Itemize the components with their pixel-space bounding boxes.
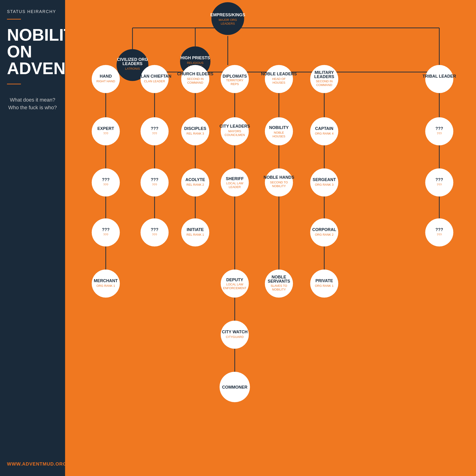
svg-text:MAJOR ORG: MAJOR ORG [219,18,237,22]
svg-text:LATRONIS: LATRONIS [125,67,140,70]
node-sheriff: SHERIFF LOCAL LAW LEADER [221,169,249,196]
svg-text:NOBLE: NOBLE [274,131,284,134]
svg-text:CITY LEADERS: CITY LEADERS [220,124,250,129]
svg-text:COMMONER: COMMONER [222,385,248,390]
svg-point-94 [425,117,453,145]
svg-text:DISCIPLES: DISCIPLES [184,126,206,131]
node-empress: EMPRESS/KINGS MAJOR ORG LEADERS [210,2,245,35]
divider-1 [7,19,21,19]
svg-text:SLAVES TO: SLAVES TO [271,284,287,288]
svg-text:SERVANTS: SERVANTS [268,279,290,284]
svg-text:NOBLE LEADERS: NOBLE LEADERS [261,72,297,76]
svg-text:LEADERS: LEADERS [314,74,334,79]
node-commoner: COMMONER [220,372,250,402]
svg-text:???: ??? [103,132,108,135]
node-private: PRIVATE ORG RANK 1 [310,270,338,298]
node-deputy: DEPUTY LOCAL LAW ENFORCEMENT [221,270,249,298]
svg-text:COUNCILMEN: COUNCILMEN [224,133,245,137]
svg-text:LEADERS: LEADERS [221,22,235,25]
svg-text:ORG RANK 2: ORG RANK 2 [315,233,334,236]
svg-text:SECOND TO: SECOND TO [270,181,288,184]
svg-point-132 [425,219,453,246]
node-city-leaders: CITY LEADERS MAYORS COUNCILMEN [220,117,250,145]
svg-text:TERRITORY: TERRITORY [226,79,244,82]
svg-text:RELIGIOUS: RELIGIOUS [187,61,204,65]
node-disciples: DISCIPLES REL RANK 3 [181,117,209,145]
svg-text:NOBLE: NOBLE [272,275,286,279]
svg-text:LEADER: LEADER [229,185,241,189]
svg-text:HOUSES: HOUSES [273,135,285,138]
svg-text:CLAN LEADER: CLAN LEADER [144,80,165,83]
svg-point-123 [141,219,169,246]
node-city-watch: CITY WATCH CITYGUARD [221,321,249,349]
svg-point-49 [92,65,120,93]
svg-text:SECOND IN: SECOND IN [187,77,204,81]
hierarchy-chart: EMPRESS/KINGS MAJOR ORG LEADERS CIVILIZE… [65,0,476,476]
svg-text:???: ??? [102,177,110,182]
svg-point-150 [221,321,249,349]
description: What does it mean? Who the fuck is who? [7,96,58,111]
svg-text:REL RANK 1: REL RANK 1 [187,233,204,236]
svg-text:MERCHANT: MERCHANT [94,278,118,283]
svg-text:MAYORS: MAYORS [228,129,241,133]
svg-text:CHURCH ELDERS: CHURCH ELDERS [177,72,213,76]
node-clan-unk2: ??? ??? [141,169,169,196]
node-sergeant: SERGEANT ORG RANK 3 [310,169,338,196]
svg-point-100 [141,169,169,196]
svg-text:NOBILITY: NOBILITY [272,184,286,188]
svg-text:???: ??? [103,183,108,187]
node-captain: CAPTAIN ORG RANK 4 [310,117,338,145]
svg-text:COMMAND: COMMAND [316,83,332,87]
svg-text:REPS: REPS [231,82,239,86]
website-url[interactable]: WWW.ADVENTMUD.ORG [7,461,67,467]
svg-text:DIPLOMATS: DIPLOMATS [223,74,247,79]
svg-text:ORG RANK 1: ORG RANK 1 [96,284,115,288]
main-title: NOBILITY ON ADVENT [7,27,58,77]
svg-point-117 [425,169,453,196]
node-exp-unk2: ??? ??? [92,219,120,246]
svg-text:???: ??? [437,183,442,187]
svg-text:MILITARY: MILITARY [315,70,334,75]
svg-text:CLAN CHIEFTAN: CLAN CHIEFTAN [138,74,171,79]
node-noble-servants: NOBLE SERVANTS SLAVES TO NOBILITY [265,270,293,298]
node-tribal-leader: TRIBAL LEADER [423,65,456,93]
svg-text:???: ??? [436,227,443,232]
svg-text:???: ??? [436,126,443,131]
svg-text:???: ??? [102,227,110,232]
svg-point-91 [310,117,338,145]
svg-text:CITY WATCH: CITY WATCH [222,330,248,334]
svg-point-67 [310,65,338,93]
svg-text:???: ??? [151,227,158,232]
sidebar: STATUS HEIRARCHY NOBILITY ON ADVENT What… [0,0,65,476]
svg-point-126 [181,219,209,246]
node-noble-hands: NOBLE HANDS SECOND TO NOBILITY [264,169,294,196]
svg-point-72 [425,65,453,93]
svg-text:TRIBAL LEADER: TRIBAL LEADER [423,74,456,79]
node-noble-leaders: NOBLE LEADERS HEAD OF HOUSES [261,65,297,93]
node-mil-unk2: ??? ??? [425,169,453,196]
node-diplomats: DIPLOMATS TERRITORY REPS [221,65,249,93]
svg-text:ORG RANK 1: ORG RANK 1 [315,284,334,288]
node-merchant: MERCHANT ORG RANK 1 [92,270,120,298]
svg-point-114 [310,169,338,196]
svg-point-103 [181,169,209,196]
node-clan-unk3: ??? ??? [141,219,169,246]
svg-text:CIVILIZED ORG: CIVILIZED ORG [117,57,148,62]
svg-text:???: ??? [152,132,157,135]
svg-text:REL RANK 3: REL RANK 3 [187,132,204,135]
divider-2 [7,84,21,84]
svg-text:SECOND IN: SECOND IN [316,80,333,83]
svg-point-135 [92,270,120,298]
node-exp-unk1: ??? ??? [92,169,120,196]
svg-text:HEAD OF: HEAD OF [272,77,286,81]
svg-text:???: ??? [151,177,158,182]
node-nobility: NOBILITY NOBLE HOUSES [265,117,293,145]
svg-text:LEADERS: LEADERS [122,61,142,66]
svg-point-142 [265,270,293,298]
svg-text:SERGEANT: SERGEANT [313,177,336,182]
svg-point-97 [92,169,120,196]
svg-text:HAND: HAND [100,74,112,79]
status-label: STATUS HEIRARCHY [7,9,58,14]
node-hand: HAND RIGHT HAND [92,65,120,93]
svg-text:???: ??? [103,233,108,236]
